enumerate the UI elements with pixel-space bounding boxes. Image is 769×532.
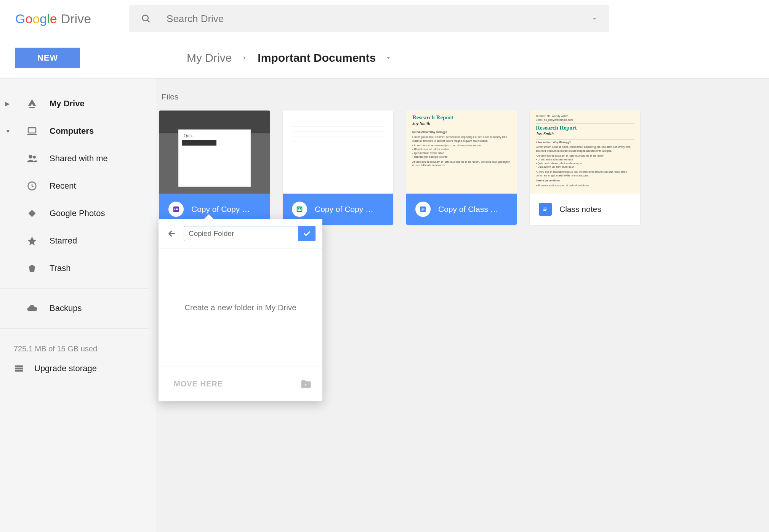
file-thumbnail: Teacher: Ms. Wendy WriterEmail: no_reply… [530, 111, 640, 194]
files-section-label: Files [162, 92, 769, 101]
sidebar-item-trash[interactable]: Trash [0, 255, 156, 282]
search-icon [141, 13, 151, 24]
upgrade-label: Upgrade storage [34, 364, 97, 373]
file-thumbnail [159, 111, 270, 194]
back-icon[interactable] [167, 229, 177, 239]
photos-icon [25, 208, 39, 219]
search-input[interactable] [167, 13, 576, 25]
header-bar: Google Drive [0, 0, 769, 37]
file-card[interactable]: Research ReportJoy Smith Introduction: W… [406, 111, 517, 225]
sidebar-item-label: My Drive [50, 99, 85, 109]
file-name: Copy of Copy … [315, 205, 373, 214]
confirm-folder-button[interactable] [298, 226, 316, 241]
breadcrumb-root[interactable]: My Drive [187, 51, 232, 64]
sidebar-item-photos[interactable]: Google Photos [0, 200, 156, 227]
toolbar-row: NEW My Drive Important Documents [0, 37, 769, 79]
svg-rect-10 [174, 208, 175, 208]
people-icon [25, 153, 39, 164]
svg-rect-12 [174, 209, 175, 210]
file-name: Class notes [559, 205, 601, 214]
breadcrumb: My Drive Important Documents [187, 51, 392, 64]
collapse-icon[interactable]: ▼ [5, 128, 14, 134]
svg-point-4 [33, 156, 36, 159]
sidebar-item-recent[interactable]: Recent [0, 172, 156, 200]
file-card[interactable]: Copy of Copy … [159, 111, 270, 225]
cloud-icon [25, 303, 39, 314]
file-card[interactable]: Teacher: Ms. Wendy WriterEmail: no_reply… [530, 111, 640, 225]
folder-name-input[interactable] [184, 226, 298, 241]
sidebar-item-label: Trash [50, 263, 70, 273]
laptop-icon [25, 125, 39, 137]
search-options-dropdown-icon[interactable] [591, 15, 598, 22]
file-name: Copy of Class … [438, 205, 498, 214]
sidebar-item-label: Backups [50, 303, 82, 313]
google-drive-logo[interactable]: Google Drive [15, 11, 91, 26]
chevron-right-icon [241, 54, 248, 62]
divider [0, 328, 149, 328]
file-thumbnail [283, 111, 393, 194]
forms-icon [168, 202, 184, 217]
file-name: Copy of Copy … [191, 205, 250, 214]
svg-rect-6 [15, 365, 23, 367]
popover-body-text: Create a new folder in My Drive [159, 248, 322, 367]
search-bar[interactable] [129, 5, 609, 32]
sidebar-item-backups[interactable]: Backups [0, 295, 156, 322]
svg-rect-2 [28, 128, 36, 133]
storage-usage-text: 725.1 MB of 15 GB used [0, 335, 156, 363]
sidebar-item-shared[interactable]: Shared with me [0, 145, 156, 172]
expand-icon[interactable]: ▶ [5, 101, 14, 107]
sidebar-item-computers[interactable]: ▼ Computers [0, 117, 156, 145]
svg-line-1 [147, 20, 150, 22]
svg-rect-8 [15, 370, 23, 372]
breadcrumb-current[interactable]: Important Documents [258, 51, 376, 64]
clock-icon [25, 181, 39, 191]
sidebar-item-label: Google Photos [50, 208, 105, 218]
sidebar-item-label: Computers [50, 126, 94, 136]
sidebar-item-label: Starred [50, 236, 77, 246]
move-folder-popover: Create a new folder in My Drive MOVE HER… [159, 219, 322, 401]
svg-point-0 [143, 15, 148, 21]
sidebar-item-label: Shared with me [50, 154, 108, 163]
file-card[interactable]: Copy of Copy … [283, 111, 393, 225]
svg-rect-11 [176, 208, 178, 208]
drive-icon [25, 98, 39, 109]
sidebar-item-starred[interactable]: Starred [0, 227, 156, 255]
sidebar-item-label: Recent [50, 181, 76, 191]
sidebar: ▶ My Drive ▼ Computers Shared with me Re… [0, 79, 156, 532]
storage-icon [14, 363, 24, 374]
file-thumbnail: Research ReportJoy Smith Introduction: W… [406, 111, 517, 194]
new-button[interactable]: NEW [15, 48, 80, 68]
docs-icon [539, 203, 552, 216]
svg-point-3 [29, 155, 32, 159]
sidebar-item-my-drive[interactable]: ▶ My Drive [0, 90, 156, 117]
sheets-icon [292, 202, 307, 217]
product-name: Drive [61, 11, 91, 26]
svg-rect-13 [176, 209, 178, 210]
star-icon [25, 236, 39, 246]
move-here-button[interactable]: MOVE HERE [174, 380, 223, 388]
new-folder-icon[interactable] [300, 378, 312, 390]
divider [0, 288, 149, 288]
main-content: Files Copy of Copy … Copy of Copy … Rese… [156, 79, 769, 532]
svg-rect-7 [15, 368, 23, 370]
breadcrumb-dropdown-icon[interactable] [385, 54, 392, 61]
trash-icon [25, 263, 39, 273]
docs-icon [415, 202, 431, 217]
upgrade-storage-link[interactable]: Upgrade storage [0, 363, 156, 374]
file-grid: Copy of Copy … Copy of Copy … Research R… [159, 111, 769, 225]
